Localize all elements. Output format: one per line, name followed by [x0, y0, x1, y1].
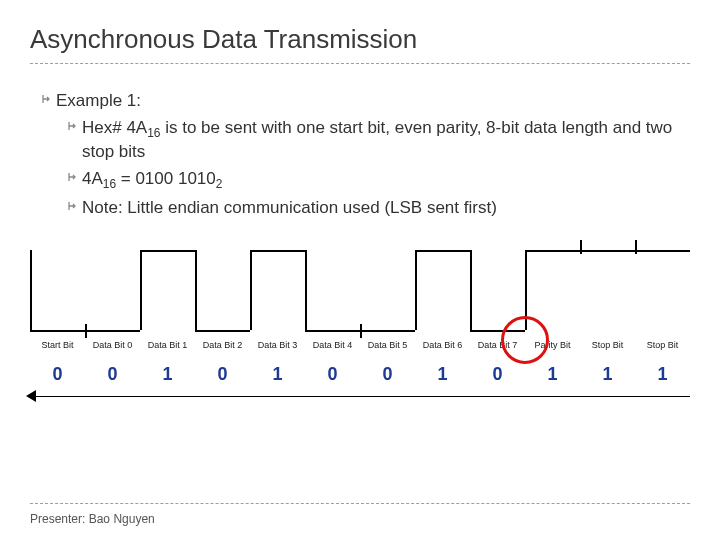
waveform-cell: [85, 240, 140, 350]
subscript: 2: [216, 178, 223, 192]
bit-value: 0: [30, 364, 85, 385]
text-fragment: = 0100 1010: [116, 169, 216, 188]
bullet-text: 4A16 = 0100 10102: [82, 168, 690, 192]
bullet-marker-icon: [64, 168, 82, 192]
timing-diagram: Start BitData Bit 0Data Bit 1Data Bit 2D…: [30, 240, 690, 440]
bullet-item: 4A16 = 0100 10102: [38, 168, 690, 192]
text-fragment: is to be sent with one start bit, even p…: [82, 118, 672, 161]
slide-title: Asynchronous Data Transmission: [30, 24, 690, 55]
bit-value: 1: [525, 364, 580, 385]
bullet-item: Example 1:: [38, 90, 690, 113]
lsb-direction-arrow: [30, 396, 690, 397]
waveform-cell: [470, 240, 525, 350]
bit-value: 0: [360, 364, 415, 385]
bullet-list: Example 1: Hex# 4A16 is to be sent with …: [30, 90, 690, 220]
bit-label: Data Bit 1: [140, 340, 195, 350]
bullet-text: Hex# 4A16 is to be sent with one start b…: [82, 117, 690, 164]
bullet-item: Hex# 4A16 is to be sent with one start b…: [38, 117, 690, 164]
bit-value: 1: [415, 364, 470, 385]
bullet-text: Note: Little endian communication used (…: [82, 197, 690, 220]
bit-label: Stop Bit: [580, 340, 635, 350]
arrow-head-icon: [26, 390, 36, 402]
bit-value: 1: [140, 364, 195, 385]
bit-values-row: 001010010111: [30, 364, 690, 385]
bit-labels-row: Start BitData Bit 0Data Bit 1Data Bit 2D…: [30, 340, 690, 350]
bit-value: 0: [305, 364, 360, 385]
bit-label: Start Bit: [30, 340, 85, 350]
bit-label: Parity Bit: [525, 340, 580, 350]
footer-divider: [30, 503, 690, 504]
bit-label: Data Bit 5: [360, 340, 415, 350]
bit-label: Data Bit 3: [250, 340, 305, 350]
bullet-text: Example 1:: [56, 90, 690, 113]
bullet-marker-icon: [64, 117, 82, 164]
subscript: 16: [147, 126, 160, 140]
bit-value: 1: [250, 364, 305, 385]
bullet-marker-icon: [38, 90, 56, 113]
waveform-cell: [360, 240, 415, 350]
bit-value: 0: [85, 364, 140, 385]
bit-label: Data Bit 4: [305, 340, 360, 350]
title-divider: [30, 63, 690, 64]
bullet-marker-icon: [64, 197, 82, 220]
bullet-item: Note: Little endian communication used (…: [38, 197, 690, 220]
text-fragment: 4A: [82, 169, 103, 188]
subscript: 16: [103, 178, 116, 192]
bit-label: Data Bit 2: [195, 340, 250, 350]
waveform-cell: [305, 240, 360, 350]
bit-value: 0: [195, 364, 250, 385]
bit-label: Data Bit 7: [470, 340, 525, 350]
waveform-cell: [525, 240, 580, 350]
bit-value: 1: [635, 364, 690, 385]
bit-label: Data Bit 6: [415, 340, 470, 350]
waveform-cell: [140, 240, 195, 350]
waveform-cell: [415, 240, 470, 350]
waveform-cell: [250, 240, 305, 350]
slide-footer: Presenter: Bao Nguyen: [30, 503, 690, 526]
text-fragment: Hex# 4A: [82, 118, 147, 137]
waveform-cell: [195, 240, 250, 350]
bit-value: 1: [580, 364, 635, 385]
waveform-cell: [580, 240, 635, 350]
bit-value: 0: [470, 364, 525, 385]
waveform-cell: [30, 240, 85, 350]
presenter-text: Presenter: Bao Nguyen: [30, 512, 690, 526]
waveform-cell: [635, 240, 690, 350]
bit-label: Data Bit 0: [85, 340, 140, 350]
bit-label: Stop Bit: [635, 340, 690, 350]
